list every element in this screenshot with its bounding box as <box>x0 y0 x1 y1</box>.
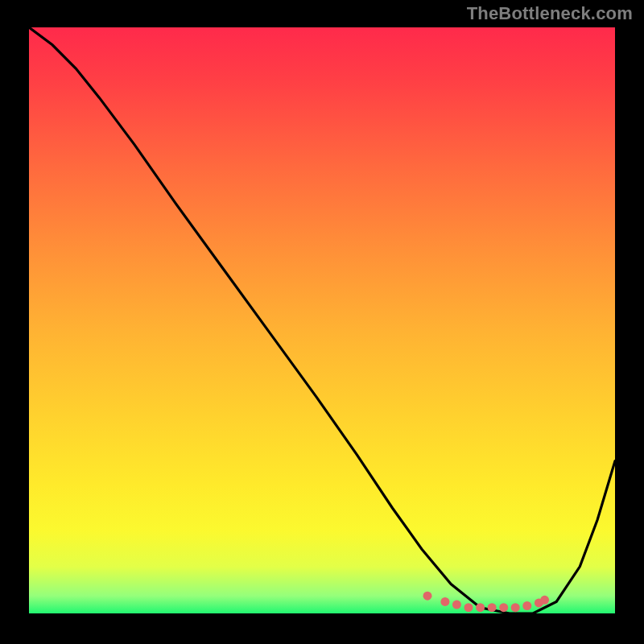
bottleneck-curve <box>29 27 615 613</box>
marker-dot <box>464 603 473 612</box>
marker-dot <box>452 601 461 609</box>
watermark-text: TheBottleneck.com <box>467 3 633 24</box>
marker-dot <box>488 603 497 612</box>
marker-dot <box>522 601 531 610</box>
plot-area <box>29 27 615 613</box>
marker-dot <box>423 592 432 601</box>
marker-dot <box>476 603 485 612</box>
marker-dot <box>540 596 549 605</box>
curve-layer <box>29 27 615 613</box>
marker-dot <box>511 603 520 612</box>
marker-dot <box>499 603 508 612</box>
chart-frame: TheBottleneck.com <box>0 0 644 644</box>
marker-dot <box>440 597 449 606</box>
